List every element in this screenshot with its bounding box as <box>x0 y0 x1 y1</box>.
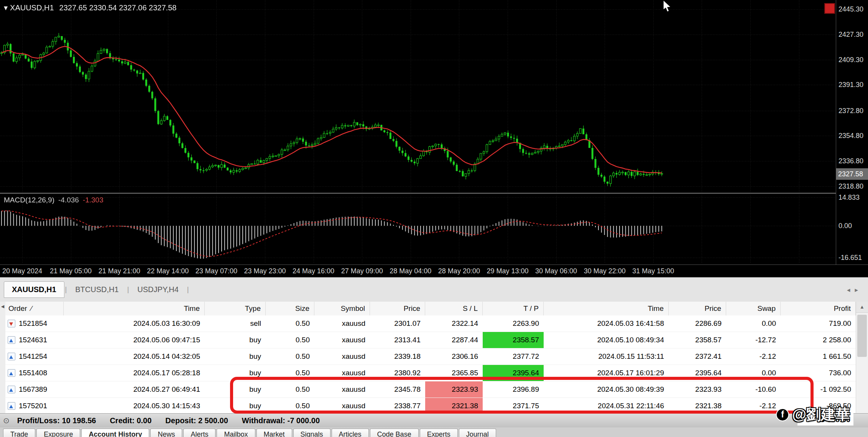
chart-symbol-label: XAUUSD,H1 <box>10 3 54 12</box>
cell-symbol: xauusd <box>314 315 370 332</box>
tab-scroll-left-icon[interactable]: ◂ <box>847 286 850 294</box>
time-axis-label: 27 May 09:00 <box>341 267 383 275</box>
price-chart-canvas[interactable] <box>0 0 836 264</box>
price-axis-label: 2445.30 <box>838 5 863 13</box>
cell-swap: -12.72 <box>726 332 781 348</box>
tab-divider: | <box>186 286 190 294</box>
cell-profit: 1 661.50 <box>781 348 856 365</box>
cell-cprice: 2358.57 <box>669 332 726 348</box>
cell-symbol: xauusd <box>314 332 370 348</box>
watermark-text: @劉建華 <box>792 405 850 424</box>
column-label: Type <box>245 304 261 313</box>
terminal-tab-mailbox[interactable]: Mailbox <box>217 429 255 437</box>
terminal-tab-experts[interactable]: Experts <box>420 429 458 437</box>
cell-otime: 2024.05.27 06:49:41 <box>64 381 205 398</box>
chart-tab-usdjpy-h4[interactable]: USDJPY,H4 <box>130 282 186 297</box>
order-number: 1541254 <box>19 352 47 361</box>
column-label: Profit <box>834 304 851 313</box>
cell-type: buy <box>205 398 266 414</box>
column-label: Size <box>295 304 309 313</box>
cell-type: buy <box>205 381 266 398</box>
price-axis-label: 2391.30 <box>838 81 863 89</box>
cell-tp: 2371.75 <box>483 398 544 414</box>
status-profit-loss: Profit/Loss: 10 198.56 <box>17 416 96 425</box>
cell-size: 0.50 <box>266 315 314 332</box>
chart-tab-btcusd-h1[interactable]: BTCUSD,H1 <box>67 282 126 297</box>
cell-swap: -2.12 <box>726 398 781 414</box>
terminal-tab-market[interactable]: Market <box>256 429 292 437</box>
history-table-body: 15218542024.05.03 16:30:09sell0.50xauusd… <box>5 315 856 414</box>
cell-oprice: 2380.92 <box>370 365 425 381</box>
terminal-tab-signals[interactable]: Signals <box>293 429 330 437</box>
column-header-order[interactable]: Order∕ <box>5 302 64 315</box>
macd-value: -4.036 <box>58 196 79 204</box>
order-direction-arrow <box>9 322 13 326</box>
order-direction-arrow <box>9 388 13 392</box>
status-deposit: Deposit: 2 500.00 <box>165 416 228 425</box>
column-header-ctime[interactable]: Time <box>544 302 669 315</box>
terminal-tab-trade[interactable]: Trade <box>3 429 35 437</box>
order-buy-icon <box>8 369 15 377</box>
column-header-sl[interactable]: S / L <box>425 302 483 315</box>
order-direction-arrow <box>9 372 13 375</box>
table-row[interactable]: 15752012024.05.30 14:15:43buy0.50xauusd2… <box>5 398 856 414</box>
cell-size: 0.50 <box>266 365 314 381</box>
table-row[interactable]: 15412542024.05.14 04:32:05buy0.50xauusd2… <box>5 348 856 365</box>
column-header-profit[interactable]: Profit <box>781 302 856 315</box>
column-header-symbol[interactable]: Symbol <box>314 302 370 315</box>
cell-cprice: 2372.41 <box>669 348 726 365</box>
column-header-oprice[interactable]: Price <box>370 302 425 315</box>
table-row[interactable]: 15246312024.05.06 09:47:15buy0.50xauusd2… <box>5 332 856 348</box>
terminal-tab-articles[interactable]: Articles <box>332 429 369 437</box>
time-axis[interactable]: 20 May 202421 May 05:0021 May 21:0022 Ma… <box>0 264 868 278</box>
column-label: Price <box>404 304 420 313</box>
table-row[interactable]: 15218542024.05.03 16:30:09sell0.50xauusd… <box>5 315 856 332</box>
cell-oprice: 2313.41 <box>370 332 425 348</box>
tab-divider: | <box>64 286 68 294</box>
column-label: Time <box>184 304 200 313</box>
price-axis-label: 2372.80 <box>838 107 863 115</box>
cell-size: 0.50 <box>266 398 314 414</box>
price-axis[interactable]: 2327.58 2445.302427.302409.302391.302372… <box>836 0 868 264</box>
column-label: S / L <box>463 304 478 313</box>
macd-axis-label: 0.00 <box>838 222 852 230</box>
table-row[interactable]: 15673892024.05.27 06:49:41buy0.50xauusd2… <box>5 381 856 398</box>
status-withdrawal: Withdrawal: -7 000.00 <box>242 416 320 425</box>
tab-scroll-right-icon[interactable]: ▸ <box>855 286 858 294</box>
time-axis-label: 29 May 13:00 <box>487 267 528 275</box>
terminal-tab-account-history[interactable]: Account History <box>81 429 149 437</box>
chart-region: ▾XAUUSD,H12327.65 2330.54 2327.06 2327.5… <box>0 0 868 277</box>
terminal-tab-exposure[interactable]: Exposure <box>36 429 80 437</box>
cell-size: 0.50 <box>266 381 314 398</box>
order-direction-arrow <box>9 405 13 408</box>
scrollbar-thumb[interactable] <box>857 315 867 357</box>
chart-ohlc-values: 2327.65 2330.54 2327.06 2327.58 <box>59 3 177 12</box>
column-header-otime[interactable]: Time <box>64 302 205 315</box>
terminal-tab-code-base[interactable]: Code Base <box>370 429 419 437</box>
status-icon: ⊙ <box>3 414 10 428</box>
tab-scroll-arrows: ◂ ▸ <box>847 278 858 302</box>
column-header-swap[interactable]: Swap <box>726 302 781 315</box>
status-credit: Credit: 0.00 <box>110 416 151 425</box>
collapse-panel-button[interactable]: ◀ <box>0 302 5 311</box>
order-direction-arrow <box>9 339 13 342</box>
table-scrollbar[interactable]: ▲ <box>856 302 868 413</box>
column-label: Order <box>8 304 27 313</box>
table-row[interactable]: 15514082024.05.17 05:28:18buy0.50xauusd2… <box>5 365 856 381</box>
column-header-tp[interactable]: T / P <box>483 302 544 315</box>
scroll-up-button[interactable]: ▲ <box>856 302 868 313</box>
column-label: Price <box>705 304 721 313</box>
cell-ctime: 2024.05.15 11:53:11 <box>544 348 669 365</box>
tab-divider: | <box>127 286 130 294</box>
cell-type: sell <box>205 315 266 332</box>
column-header-size[interactable]: Size <box>266 302 314 315</box>
chart-tab-xauusd-h1[interactable]: XAUUSD,H1 <box>4 281 64 298</box>
terminal-tab-alerts[interactable]: Alerts <box>183 429 215 437</box>
cell-otime: 2024.05.30 14:15:43 <box>64 398 205 414</box>
terminal-tab-news[interactable]: News <box>150 429 182 437</box>
column-header-cprice[interactable]: Price <box>669 302 726 315</box>
column-header-type[interactable]: Type <box>205 302 266 315</box>
cell-otime: 2024.05.06 09:47:15 <box>64 332 205 348</box>
cell-otime: 2024.05.14 04:32:05 <box>64 348 205 365</box>
terminal-tab-journal[interactable]: Journal <box>459 429 496 437</box>
